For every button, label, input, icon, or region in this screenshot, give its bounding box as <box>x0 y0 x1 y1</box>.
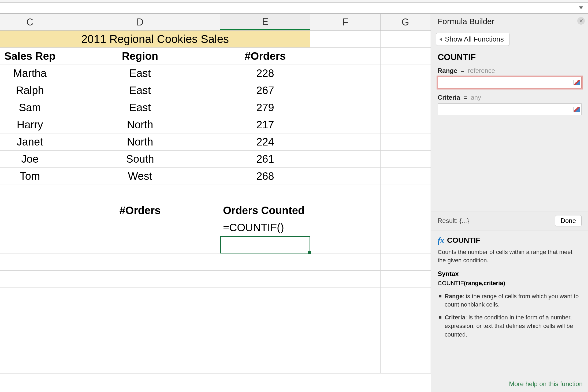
cell[interactable] <box>310 48 381 65</box>
cell[interactable] <box>310 185 381 202</box>
cell[interactable] <box>381 253 430 270</box>
cell[interactable] <box>310 82 381 99</box>
cell[interactable] <box>381 356 430 373</box>
cell[interactable] <box>220 185 310 202</box>
cell[interactable] <box>310 305 381 322</box>
cell-orders[interactable]: 261 <box>220 151 310 167</box>
cell[interactable] <box>310 288 381 305</box>
cell-rep[interactable]: Ralph <box>0 82 60 99</box>
arg-criteria-input[interactable] <box>438 103 582 115</box>
cell[interactable] <box>60 339 220 356</box>
close-icon[interactable]: ✕ <box>577 17 585 25</box>
cell[interactable] <box>0 236 60 253</box>
cell[interactable] <box>0 339 60 356</box>
cell[interactable] <box>381 31 430 47</box>
cell-region[interactable]: West <box>60 168 220 185</box>
cell[interactable] <box>381 48 430 65</box>
cell-rep[interactable]: Martha <box>0 65 60 82</box>
cell[interactable] <box>310 356 381 373</box>
cell[interactable] <box>381 82 430 99</box>
cell[interactable] <box>310 116 381 133</box>
col-header-F[interactable]: F <box>310 14 381 30</box>
cell[interactable] <box>310 236 381 253</box>
cell[interactable] <box>0 305 60 322</box>
cell-region[interactable]: East <box>60 82 220 99</box>
col-header-G[interactable]: G <box>381 14 430 30</box>
cell[interactable] <box>310 31 381 47</box>
cell-region[interactable]: South <box>60 151 220 167</box>
cell-region[interactable]: East <box>60 65 220 82</box>
col-header-E[interactable]: E <box>220 14 310 30</box>
cell[interactable] <box>0 271 60 288</box>
cell[interactable] <box>310 151 381 167</box>
cell[interactable] <box>310 202 381 219</box>
cell-orders[interactable]: 224 <box>220 133 310 150</box>
cell[interactable] <box>381 99 430 116</box>
cell[interactable] <box>310 322 381 339</box>
cell[interactable] <box>220 253 310 270</box>
cell[interactable] <box>381 322 430 339</box>
cell-orders[interactable]: 268 <box>220 168 310 185</box>
cell[interactable] <box>381 202 430 219</box>
cell[interactable] <box>220 288 310 305</box>
cell-rep[interactable]: Joe <box>0 151 60 167</box>
cell[interactable] <box>381 271 430 288</box>
cell[interactable] <box>220 236 310 253</box>
cell[interactable] <box>0 288 60 305</box>
cell[interactable] <box>381 65 430 82</box>
cell[interactable] <box>0 322 60 339</box>
formula-cell[interactable]: =COUNTIF() <box>220 219 310 236</box>
cell-region[interactable]: East <box>60 99 220 116</box>
cell[interactable] <box>381 133 430 150</box>
cell-orders[interactable]: 217 <box>220 116 310 133</box>
header-orders[interactable]: #Orders <box>220 48 310 65</box>
cell[interactable] <box>60 253 220 270</box>
expand-formula-bar-icon[interactable] <box>579 6 583 9</box>
cell-orders[interactable]: 279 <box>220 99 310 116</box>
cell[interactable] <box>310 133 381 150</box>
cell-region[interactable]: North <box>60 133 220 150</box>
title-cell[interactable]: 2011 Regional Cookies Sales <box>0 31 310 47</box>
header-region[interactable]: Region <box>60 48 220 65</box>
cell-rep[interactable]: Sam <box>0 99 60 116</box>
cell[interactable] <box>381 185 430 202</box>
cell[interactable] <box>220 356 310 373</box>
cell[interactable] <box>0 219 60 236</box>
cell[interactable] <box>220 339 310 356</box>
cell[interactable] <box>381 219 430 236</box>
cell[interactable] <box>381 339 430 356</box>
cell[interactable] <box>60 271 220 288</box>
range-selector-icon[interactable] <box>574 107 580 112</box>
cell[interactable] <box>310 65 381 82</box>
cell[interactable] <box>310 219 381 236</box>
col-header-C[interactable]: C <box>0 14 60 30</box>
range-selector-icon[interactable] <box>574 80 580 85</box>
cell[interactable] <box>60 322 220 339</box>
cell[interactable] <box>60 288 220 305</box>
cell[interactable] <box>0 185 60 202</box>
cell[interactable] <box>0 356 60 373</box>
arg-range-input[interactable] <box>438 77 582 88</box>
cell[interactable] <box>310 339 381 356</box>
done-button[interactable]: Done <box>555 215 582 226</box>
cell[interactable] <box>381 305 430 322</box>
cell[interactable] <box>60 356 220 373</box>
header-sales-rep[interactable]: Sales Rep <box>0 48 60 65</box>
cell-orders[interactable]: 267 <box>220 82 310 99</box>
cell[interactable] <box>381 151 430 167</box>
cell[interactable] <box>220 271 310 288</box>
cell-rep[interactable]: Tom <box>0 168 60 185</box>
cell[interactable] <box>381 236 430 253</box>
cell-orders[interactable]: 228 <box>220 65 310 82</box>
cell[interactable] <box>60 236 220 253</box>
cell[interactable] <box>60 305 220 322</box>
cell[interactable] <box>310 271 381 288</box>
cell[interactable] <box>310 253 381 270</box>
cell-rep[interactable]: Janet <box>0 133 60 150</box>
cell[interactable] <box>310 99 381 116</box>
col-header-D[interactable]: D <box>60 14 220 30</box>
cell[interactable] <box>381 288 430 305</box>
cell[interactable] <box>220 322 310 339</box>
spreadsheet-area[interactable]: C D E F G 2011 Regional Cookies Sales Sa… <box>0 14 431 392</box>
cell[interactable] <box>220 305 310 322</box>
